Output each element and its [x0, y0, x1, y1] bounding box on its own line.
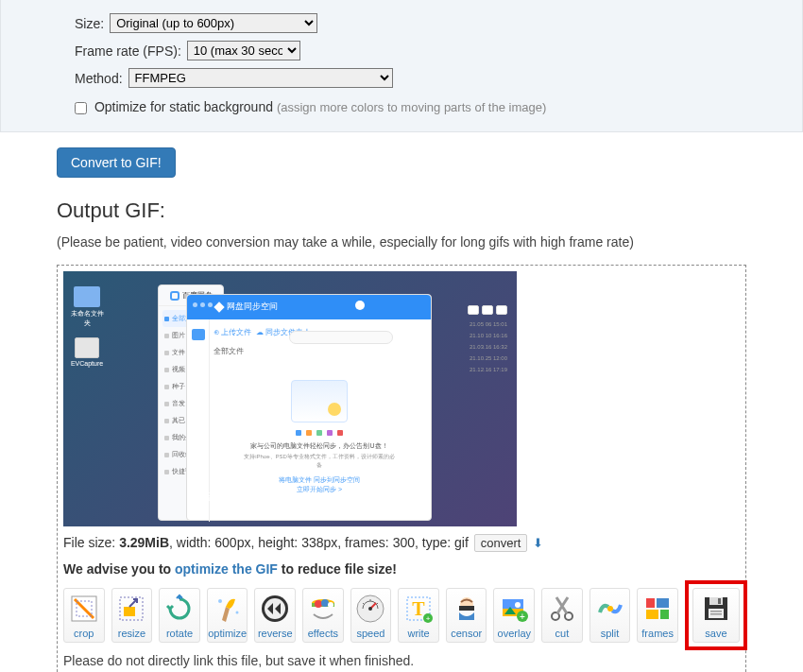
svg-point-28: [607, 606, 613, 612]
optimize-icon: [212, 593, 244, 625]
svg-point-12: [328, 602, 333, 608]
svg-rect-3: [124, 607, 135, 616]
svg-rect-29: [646, 598, 655, 608]
svg-point-14: [368, 607, 372, 611]
speed-icon: [354, 593, 386, 625]
svg-rect-30: [657, 598, 669, 608]
optimize-link[interactable]: optimize the GIF: [175, 561, 278, 577]
svg-rect-38: [710, 613, 722, 615]
advise-text: We advise you to optimize the GIF to red…: [63, 561, 740, 588]
frames-icon: [641, 593, 674, 625]
optimize-button[interactable]: optimize: [207, 588, 248, 643]
size-label: Size:: [75, 16, 104, 31]
split-icon: [594, 593, 626, 625]
svg-rect-20: [459, 606, 474, 611]
file-info: File size: 3.29MiB, width: 600px, height…: [63, 526, 740, 561]
optimize-checkbox[interactable]: [75, 102, 87, 114]
patience-text: (Please be patient, video conversion may…: [57, 234, 746, 250]
svg-point-10: [315, 600, 322, 608]
save-icon: [700, 593, 732, 625]
svg-text:+: +: [520, 612, 525, 622]
svg-rect-32: [660, 610, 669, 619]
svg-text:+: +: [426, 614, 431, 623]
size-select[interactable]: Original (up to 600px): [110, 13, 317, 33]
output-heading: Output GIF:: [57, 198, 746, 223]
save-highlight: save: [685, 580, 747, 650]
fps-select[interactable]: 10 (max 30 seconds): [187, 41, 300, 60]
output-container: 未命名文件夹 EVCapture 百度网盘 全部文件 图片 文件 视频 种子 音…: [57, 265, 746, 672]
resize-button[interactable]: resize: [111, 588, 153, 643]
cut-icon: [546, 593, 578, 625]
tool-row: crop resize rotate optimize reverse effe…: [63, 588, 740, 643]
svg-point-4: [218, 599, 222, 603]
convert-link[interactable]: convert: [474, 534, 528, 552]
censor-button[interactable]: censor: [446, 588, 487, 643]
write-icon: T+: [402, 593, 435, 625]
reverse-icon: [259, 593, 291, 625]
reverse-button[interactable]: reverse: [254, 588, 296, 643]
svg-point-23: [515, 602, 521, 608]
download-icon[interactable]: ⬇: [533, 536, 543, 550]
speed-button[interactable]: speed: [350, 588, 392, 643]
optimize-label: Optimize for static background: [94, 99, 273, 114]
effects-button[interactable]: effects: [302, 588, 344, 643]
censor-icon: [451, 593, 483, 625]
svg-rect-37: [710, 611, 722, 612]
rotate-button[interactable]: rotate: [159, 588, 200, 643]
svg-text:T: T: [412, 598, 425, 619]
save-button[interactable]: save: [692, 588, 740, 643]
overlay-button[interactable]: + overlay: [493, 588, 535, 643]
resize-icon: [115, 593, 147, 625]
svg-rect-31: [646, 610, 658, 619]
method-label: Method:: [75, 71, 123, 86]
rotate-icon: [163, 593, 196, 625]
convert-button[interactable]: Convert to GIF!: [57, 147, 176, 178]
split-button[interactable]: split: [589, 588, 631, 643]
effects-icon: [307, 593, 339, 625]
overlay-icon: +: [498, 593, 530, 625]
crop-icon: [68, 593, 100, 625]
svg-point-5: [235, 612, 238, 614]
write-button[interactable]: T+ write: [398, 588, 439, 643]
svg-point-11: [321, 599, 329, 607]
frames-button[interactable]: frames: [637, 588, 678, 643]
fps-label: Frame rate (FPS):: [75, 43, 181, 59]
crop-button[interactable]: crop: [63, 588, 105, 643]
gif-preview: 未命名文件夹 EVCapture 百度网盘 全部文件 图片 文件 视频 种子 音…: [63, 271, 517, 526]
optimize-help: (assign more colors to moving parts of t…: [277, 100, 546, 114]
cut-button[interactable]: cut: [541, 588, 583, 643]
conversion-form: Size: Original (up to 600px) Frame rate …: [0, 0, 803, 132]
method-select[interactable]: FFMPEG: [128, 68, 393, 88]
note-1: Please do not directly link this file, b…: [63, 652, 740, 671]
svg-rect-35: [718, 598, 721, 604]
